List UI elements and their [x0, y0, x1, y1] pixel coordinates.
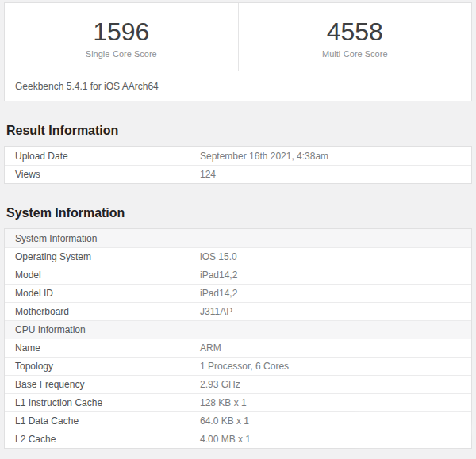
table-row: Motherboard J311AP	[5, 302, 471, 320]
score-row: 1596 Single-Core Score 4558 Multi-Core S…	[5, 3, 471, 71]
row-label: L1 Instruction Cache	[5, 397, 200, 408]
row-value: iPad14,2	[200, 288, 471, 299]
system-information-heading: System Information	[6, 206, 472, 220]
table-row: L1 Data Cache 64.0 KB x 1	[5, 411, 471, 430]
row-label: Motherboard	[5, 306, 200, 317]
row-label: CPU Information	[5, 324, 86, 335]
row-value: J311AP	[200, 306, 471, 317]
page: 1596 Single-Core Score 4558 Multi-Core S…	[0, 0, 476, 449]
row-label: Operating System	[5, 251, 200, 262]
row-value: iOS 15.0	[200, 251, 471, 262]
single-core-score-cell: 1596 Single-Core Score	[5, 3, 238, 71]
table-row: Base Frequency 2.93 GHz	[5, 375, 471, 393]
multi-core-score-value: 4558	[327, 17, 383, 46]
score-card: 1596 Single-Core Score 4558 Multi-Core S…	[4, 2, 472, 101]
row-value: September 16th 2021, 4:38am	[200, 151, 471, 162]
single-core-score-value: 1596	[93, 17, 149, 46]
table-row: Model ID iPad14,2	[5, 284, 471, 302]
result-information-heading: Result Information	[6, 124, 472, 138]
row-value: 1 Processor, 6 Cores	[200, 361, 471, 372]
table-row: Topology 1 Processor, 6 Cores	[5, 357, 471, 375]
row-label: Model ID	[5, 288, 200, 299]
row-value: 128 KB x 1	[200, 397, 471, 408]
row-label: Name	[5, 342, 200, 354]
row-label: L2 Cache	[5, 434, 200, 445]
multi-core-score-label: Multi-Core Score	[322, 49, 388, 59]
geekbench-version-text: Geekbench 5.4.1 for iOS AArch64	[15, 81, 159, 92]
single-core-score-label: Single-Core Score	[86, 49, 157, 59]
table-subheader-row: CPU Information	[5, 320, 471, 339]
system-information-table: System Information Operating System iOS …	[4, 228, 472, 449]
multi-core-score-cell: 4558 Multi-Core Score	[238, 3, 472, 71]
row-label: System Information	[5, 233, 97, 244]
table-row: Model iPad14,2	[5, 266, 471, 284]
row-value: 124	[200, 169, 471, 180]
row-value: 64.0 KB x 1	[200, 415, 471, 426]
geekbench-version-row: Geekbench 5.4.1 for iOS AArch64	[5, 71, 471, 101]
row-label: Base Frequency	[5, 379, 200, 390]
row-label: Views	[5, 169, 200, 180]
table-subheader-row: System Information	[5, 229, 471, 247]
row-label: Upload Date	[5, 151, 200, 162]
result-information-table: Upload Date September 16th 2021, 4:38am …	[4, 146, 472, 184]
table-row: Upload Date September 16th 2021, 4:38am	[5, 147, 471, 165]
table-row: Name ARM	[5, 339, 471, 357]
row-label: Model	[5, 270, 200, 281]
row-value: 4.00 MB x 1	[200, 434, 471, 445]
table-row: L1 Instruction Cache 128 KB x 1	[5, 393, 471, 411]
table-row: Views 124	[5, 165, 471, 183]
table-row: L2 Cache 4.00 MB x 1	[5, 430, 471, 448]
row-value: ARM	[200, 342, 471, 354]
row-value: 2.93 GHz	[200, 379, 471, 390]
row-value: iPad14,2	[200, 270, 471, 281]
row-label: L1 Data Cache	[5, 415, 200, 426]
row-label: Topology	[5, 361, 200, 372]
table-row: Operating System iOS 15.0	[5, 247, 471, 266]
